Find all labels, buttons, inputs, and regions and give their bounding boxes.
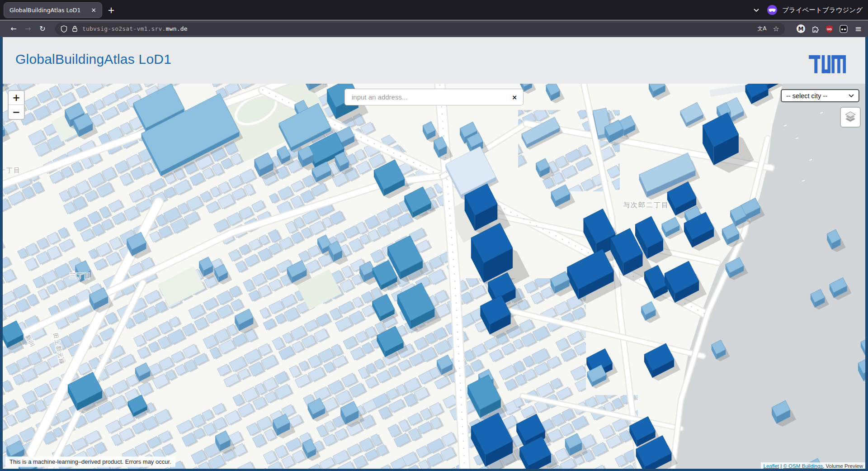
map-container: 一丁目三丁目与次郎二丁目新川田上郡元線 + − × -- select city… <box>3 84 865 469</box>
url-domain: mwn.de <box>166 25 188 32</box>
url-bar[interactable]: tubvsig-so2sat-vm1.srv.mwn.de 文A ☆ <box>55 23 785 35</box>
page-header: GlobalBuildingAtlas LoD1 <box>3 37 865 84</box>
lock-icon[interactable] <box>72 25 78 32</box>
extension-goggles-icon[interactable] <box>840 25 848 33</box>
tab-title: GlobalBuildingAtlas LoD1 <box>9 7 90 14</box>
tum-logo <box>809 54 846 75</box>
navigation-toolbar: ← → ↻ tubvsig-so2sat-vm1.srv.mwn.de 文A ☆… <box>0 20 868 37</box>
private-browsing-label: プライベートブラウジング <box>782 6 863 14</box>
layers-icon <box>844 111 857 123</box>
svg-text:三丁目: 三丁目 <box>70 272 91 279</box>
attribution-rest: , Volume Preview <box>823 463 863 469</box>
translate-icon[interactable]: 文A <box>757 25 766 33</box>
zoom-in-button[interactable]: + <box>9 91 24 105</box>
extension-m-icon[interactable]: M <box>797 24 805 33</box>
shield-icon[interactable] <box>61 25 67 33</box>
zoom-control: + − <box>8 90 25 120</box>
extensions-puzzle-icon[interactable] <box>811 25 819 33</box>
browser-tab[interactable]: GlobalBuildingAtlas LoD1 × <box>4 2 102 18</box>
svg-text:与次郎二丁目: 与次郎二丁目 <box>623 201 669 209</box>
attribution-separator: | <box>779 463 783 469</box>
zoom-out-button[interactable]: − <box>9 105 24 119</box>
layers-control[interactable] <box>840 107 861 128</box>
ublock-label: UO <box>827 27 832 31</box>
select-chevron-icon <box>849 94 854 97</box>
forward-button[interactable]: → <box>21 24 35 33</box>
private-browsing-icon <box>767 5 778 15</box>
bookmark-star-icon[interactable]: ☆ <box>773 24 779 33</box>
browser-chrome: GlobalBuildingAtlas LoD1 × + プライベートブラウジン… <box>0 0 868 37</box>
back-button[interactable]: ← <box>6 24 21 33</box>
city-select[interactable]: -- select city -- <box>781 89 859 102</box>
search-input[interactable] <box>352 93 506 101</box>
map-attribution: Leaflet | © OSM Buildings, Volume Previe… <box>761 462 865 469</box>
map-canvas[interactable]: 一丁目三丁目与次郎二丁目新川田上郡元線 <box>3 84 865 469</box>
search-clear-icon[interactable]: × <box>506 94 523 101</box>
chevron-down-icon[interactable] <box>753 8 760 12</box>
url-text[interactable]: tubvsig-so2sat-vm1.srv.mwn.de <box>82 25 751 32</box>
reload-button[interactable]: ↻ <box>35 24 50 33</box>
address-search: × <box>344 89 524 105</box>
tab-close-icon[interactable]: × <box>90 6 97 14</box>
leaflet-link[interactable]: Leaflet <box>763 463 779 469</box>
disclaimer-note: This is a machine-learning–derived produ… <box>5 457 175 467</box>
city-select-label: -- select city -- <box>786 92 849 100</box>
url-prefix: tubvsig-so2sat-vm1.srv. <box>82 25 166 32</box>
osm-buildings-link[interactable]: © OSM Buildings <box>783 463 823 469</box>
svg-text:一丁目: 一丁目 <box>3 167 21 174</box>
ublock-icon[interactable]: UO <box>826 25 833 33</box>
new-tab-button[interactable]: + <box>102 5 120 15</box>
hamburger-menu-icon[interactable]: ≡ <box>855 24 862 33</box>
page-title: GlobalBuildingAtlas LoD1 <box>15 52 171 67</box>
tab-bar: GlobalBuildingAtlas LoD1 × + プライベートブラウジン… <box>0 0 868 20</box>
